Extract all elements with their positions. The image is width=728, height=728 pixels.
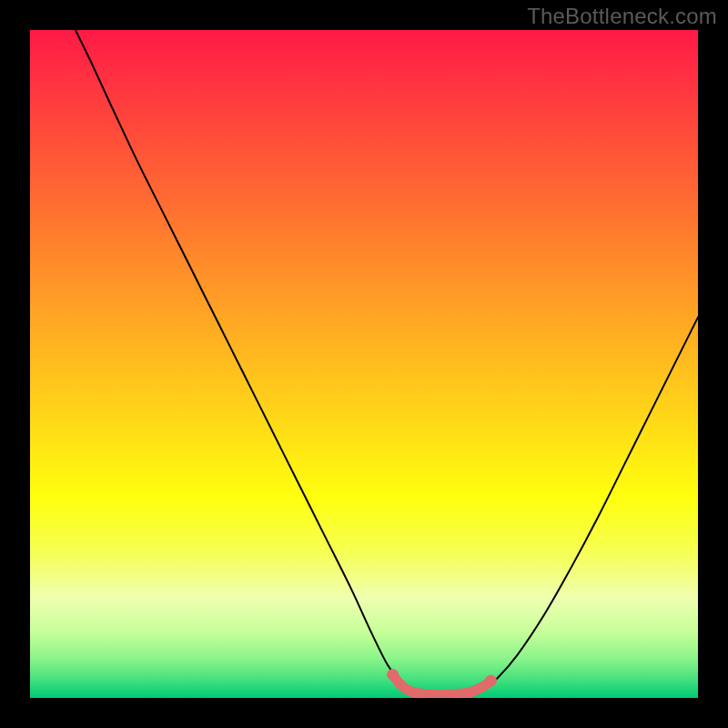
plot-area [30, 30, 698, 698]
highlight-mid-dot [466, 687, 476, 697]
highlight-end-dot [387, 669, 399, 681]
highlight-end-dot [485, 675, 497, 687]
gradient-background [30, 30, 698, 698]
chart-svg [30, 30, 698, 698]
watermark-text: TheBottleneck.com [527, 4, 717, 29]
chart-frame: TheBottleneck.com [0, 0, 728, 728]
